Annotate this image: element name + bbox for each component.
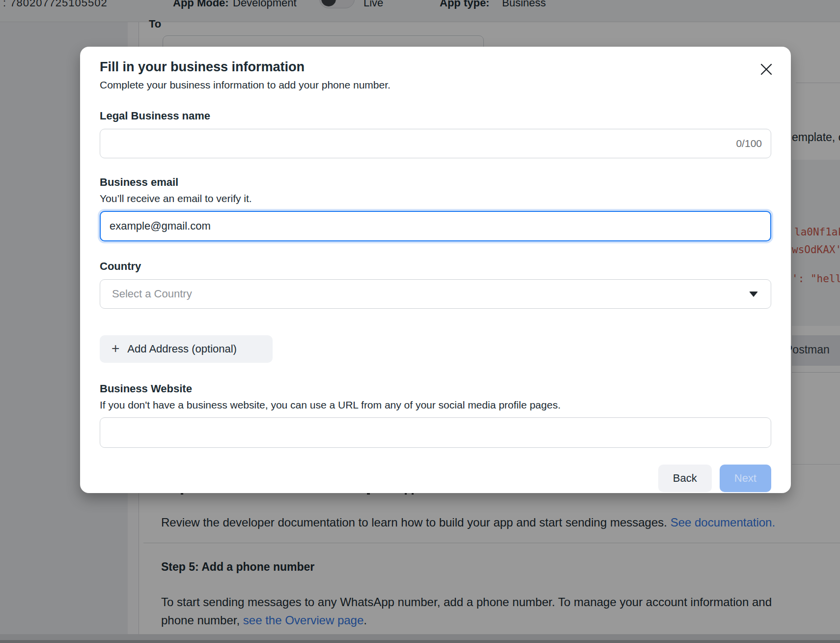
- back-button[interactable]: Back: [658, 465, 712, 492]
- dialog-subtitle: Complete your business information to ad…: [100, 79, 771, 91]
- screen: : 780207725105502 App Mode: Development …: [0, 0, 840, 643]
- country-select[interactable]: Select a Country: [100, 279, 771, 309]
- business-email-input-wrap: [100, 211, 771, 241]
- legal-name-input[interactable]: [100, 129, 771, 158]
- country-label: Country: [100, 260, 771, 273]
- close-icon: [760, 63, 773, 76]
- business-email-input[interactable]: [101, 212, 770, 240]
- business-website-helper: If you don't have a business website, yo…: [100, 399, 771, 411]
- business-website-label: Business Website: [100, 382, 771, 395]
- close-button[interactable]: [756, 59, 776, 79]
- business-website-input-wrap: [100, 417, 771, 448]
- country-placeholder: Select a Country: [112, 288, 749, 300]
- business-email-helper: You’ll receive an email to verify it.: [100, 193, 771, 205]
- add-address-label: Add Address (optional): [127, 343, 237, 355]
- legal-name-label: Legal Business name: [100, 110, 771, 122]
- business-info-dialog: Fill in your business information Comple…: [80, 47, 791, 493]
- legal-name-input-wrap: 0/100: [100, 129, 771, 158]
- business-website-input[interactable]: [100, 418, 771, 447]
- add-address-button[interactable]: + Add Address (optional): [100, 335, 273, 363]
- business-email-label: Business email: [100, 176, 771, 189]
- dialog-footer: Back Next: [100, 465, 771, 492]
- dialog-title: Fill in your business information: [100, 59, 771, 75]
- next-button[interactable]: Next: [720, 465, 771, 492]
- chevron-down-icon: [749, 292, 758, 297]
- plus-icon: +: [112, 342, 119, 355]
